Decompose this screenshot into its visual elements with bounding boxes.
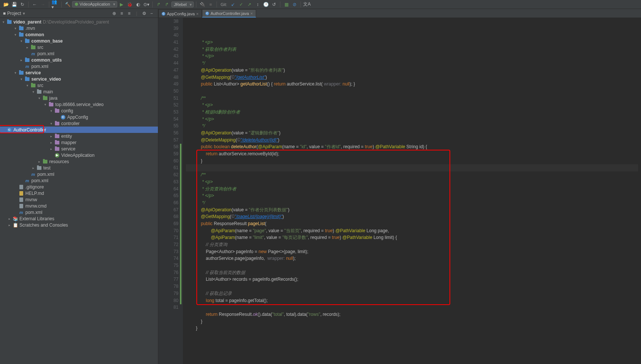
git-commit-icon[interactable]: ✓ — [237, 1, 245, 8]
editor-tab[interactable]: CAuthorController.java× — [202, 9, 256, 18]
select-opened-icon[interactable]: ⊕ — [111, 10, 118, 17]
tree-item[interactable]: mvnw.cmd — [0, 203, 158, 209]
tree-item[interactable]: mvnw — [0, 196, 158, 203]
editor-area: CAppConfig.java×CAuthorController.java× … — [158, 9, 641, 364]
tree-item[interactable]: ▶VideoApplication — [0, 152, 158, 158]
tree-item[interactable]: mpom.xml — [0, 209, 158, 215]
collapse-all-icon[interactable]: ≡ — [126, 10, 133, 17]
code-editor[interactable]: 3839404142434447484950515253545556575859… — [158, 18, 641, 364]
coverage-icon[interactable]: ◐ — [134, 1, 142, 8]
debug-icon[interactable]: 🐞 — [126, 1, 134, 8]
tree-item[interactable]: CAuthorController — [0, 127, 158, 133]
tree-item[interactable]: mpom.xml — [0, 177, 158, 184]
editor-tab[interactable]: CAppConfig.java× — [158, 9, 202, 18]
jrebel-select[interactable]: JRebel — [171, 1, 194, 7]
tree-item[interactable]: ▸mapper — [0, 139, 158, 146]
forward-icon[interactable]: → — [39, 1, 47, 8]
tree-item[interactable]: ▾java — [0, 95, 158, 101]
tab-close-icon[interactable]: × — [251, 11, 253, 16]
tree-item[interactable]: ▸entity — [0, 133, 158, 139]
build-icon[interactable]: 🔨 — [64, 1, 71, 8]
translate-icon[interactable]: 文A — [303, 1, 311, 8]
back-icon[interactable]: ← — [31, 1, 38, 8]
tree-item[interactable]: ▾main — [0, 88, 158, 95]
git-compare-icon[interactable]: ↕ — [254, 1, 261, 8]
tree-item[interactable]: ▾controller — [0, 120, 158, 127]
tree-item[interactable]: ▾top.it6666.service_video — [0, 101, 158, 108]
save-icon[interactable]: 💾 — [10, 1, 18, 8]
expand-all-icon[interactable]: ≡ — [118, 10, 125, 17]
tree-item[interactable]: ▾src — [0, 82, 158, 88]
refresh-icon[interactable]: ↻ — [19, 1, 26, 8]
tree-item[interactable]: ▸common_utils — [0, 57, 158, 63]
attach-icon[interactable]: 🔌 — [199, 1, 206, 8]
project-sidebar: ■ Project ▾ ⊕ ≡ ≡ | ⚙ − ▾ video_parent D… — [0, 9, 158, 364]
tool1-icon[interactable]: ▦ — [283, 1, 290, 8]
git-push-icon[interactable]: ↗ — [246, 1, 253, 8]
jrebel-debug-icon[interactable]: ↱ — [163, 1, 171, 8]
tool2-icon[interactable]: ⊘ — [291, 1, 298, 8]
run-icon[interactable]: ▶ — [118, 1, 125, 8]
hide-icon[interactable]: − — [148, 10, 155, 17]
sidebar-header: ■ Project ▾ ⊕ ≡ ≡ | ⚙ − — [0, 9, 158, 18]
sidebar-title[interactable]: ■ Project ▾ — [3, 11, 25, 16]
settings-icon[interactable]: ⚙ — [141, 10, 147, 17]
tree-item[interactable]: ▾config — [0, 108, 158, 114]
project-tree[interactable]: ▾ video_parent D:\Develop\IdeaPro\video_… — [0, 18, 158, 364]
jrebel-run-icon[interactable]: ↱ — [155, 1, 162, 8]
git-history-icon[interactable]: 🕐 — [262, 1, 270, 8]
edit-marker — [180, 144, 181, 304]
tree-item[interactable]: ▸service — [0, 146, 158, 152]
tree-item[interactable]: HELP.md — [0, 190, 158, 196]
git-rollback-icon[interactable]: ↺ — [270, 1, 278, 8]
tree-item[interactable]: CAppConfig — [0, 114, 158, 120]
tree-item[interactable]: ▾.mvn — [0, 25, 158, 31]
open-icon[interactable]: 📂 — [2, 1, 10, 8]
main-toolbar: 📂 💾 ↻ ← → 👥▾ 🔨 ⬢ VideoApplication ▶ 🐞 ◐ … — [0, 0, 641, 9]
stop-icon[interactable]: ■ — [207, 1, 214, 8]
tree-item[interactable]: mpom.xml — [0, 50, 158, 57]
tree-item[interactable]: .gitignore — [0, 184, 158, 190]
run-config-select[interactable]: ⬢ VideoApplication — [72, 1, 117, 7]
tree-item[interactable]: ▸test — [0, 165, 158, 171]
tree-item[interactable]: ▸src — [0, 44, 158, 50]
tree-item[interactable]: ▸📚External Libraries — [0, 215, 158, 222]
tree-item[interactable]: mpom.xml — [0, 171, 158, 177]
code-content[interactable]: * <p> * 获取创作者列表 * </p> */ @ApiOperation(… — [183, 18, 641, 364]
tree-root[interactable]: ▾ video_parent D:\Develop\IdeaPro\video_… — [0, 19, 158, 25]
tree-item[interactable]: ▸📋Scratches and Consoles — [0, 222, 158, 228]
tree-item[interactable]: mpom.xml — [0, 63, 158, 69]
tree-item[interactable]: ▾common_base — [0, 38, 158, 44]
profile-icon[interactable]: ⊙▾ — [143, 1, 150, 8]
tab-close-icon[interactable]: × — [196, 12, 199, 16]
git-label: Git: — [221, 2, 227, 7]
tree-item[interactable]: ▾common — [0, 31, 158, 38]
editor-tabs: CAppConfig.java×CAuthorController.java× — [158, 9, 641, 18]
vcs-icon[interactable]: 👥▾ — [52, 1, 59, 8]
line-gutter: 3839404142434447484950515253545556575859… — [158, 18, 183, 364]
tree-item[interactable]: ▸resources — [0, 158, 158, 165]
tree-item[interactable]: ▾service — [0, 69, 158, 76]
git-update-icon[interactable]: ↙ — [229, 1, 237, 8]
divider-icon: | — [133, 10, 140, 17]
tree-item[interactable]: ▾service_video — [0, 76, 158, 82]
